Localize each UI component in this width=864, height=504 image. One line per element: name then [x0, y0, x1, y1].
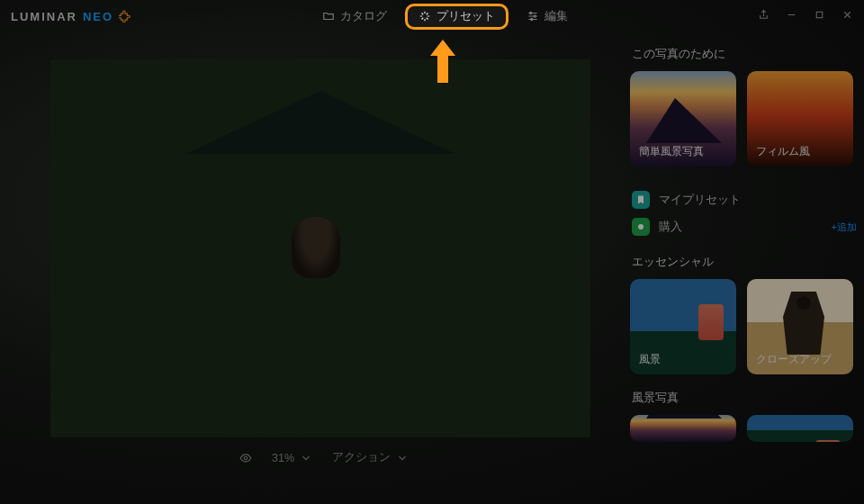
minimize-icon: [786, 9, 797, 21]
section-for-this-photo: この写真のために: [632, 47, 859, 62]
preset-card-closeup[interactable]: クローズアップ: [747, 279, 853, 374]
bookmark-icon: [632, 191, 650, 209]
annotation-arrow-icon: [427, 38, 459, 85]
preset-card-easy-landscape[interactable]: 簡単風景写真: [630, 71, 736, 166]
svg-rect-3: [816, 12, 823, 18]
canvas-area: 31% アクション: [0, 32, 623, 504]
purchase-label: 購入: [659, 220, 682, 235]
canvas-toolbar: 31% アクション: [50, 437, 605, 465]
sliders-icon: [526, 10, 539, 22]
main-nav: カタログ プリセット 編集: [131, 4, 758, 30]
svg-point-5: [638, 224, 644, 230]
my-presets-item[interactable]: マイプリセット: [630, 186, 859, 213]
window-maximize[interactable]: [814, 9, 825, 23]
preview-image[interactable]: [50, 59, 590, 437]
share-button[interactable]: [758, 9, 770, 23]
preset-card-partial[interactable]: [630, 415, 736, 442]
nav-edit[interactable]: 編集: [516, 4, 579, 30]
preset-card-label: フィルム風: [756, 144, 810, 159]
titlebar: LUMINAR NEO カタログ プリセット 編集: [0, 0, 864, 32]
eye-icon: [239, 452, 252, 464]
preset-card-label: 風景: [639, 352, 661, 367]
preset-card-label: 簡単風景写真: [639, 144, 704, 159]
nav-catalog[interactable]: カタログ: [311, 4, 398, 30]
my-presets-label: マイプリセット: [659, 193, 741, 208]
section-essential: エッセンシャル: [632, 255, 859, 270]
nav-presets[interactable]: プリセット: [405, 4, 508, 30]
purchase-add-link[interactable]: +追加: [832, 220, 857, 234]
main-area: 31% アクション この写真のために 簡単風景写真 フィルム風: [0, 32, 864, 504]
panel-list: マイプリセット 購入 +追加: [630, 186, 859, 240]
for-this-photo-row: 簡単風景写真 フィルム風: [630, 71, 859, 166]
window-minimize[interactable]: [786, 9, 797, 23]
share-icon: [758, 9, 770, 21]
chevron-down-icon: [300, 452, 312, 464]
nav-presets-label: プリセット: [436, 9, 495, 24]
store-icon: [632, 218, 650, 236]
landscape-photo-row: [630, 415, 859, 442]
svg-point-4: [244, 456, 248, 460]
nav-edit-label: 編集: [544, 9, 568, 24]
window-close[interactable]: [842, 9, 853, 23]
zoom-level[interactable]: 31%: [272, 452, 312, 464]
zoom-level-value: 31%: [272, 452, 294, 464]
maximize-icon: [814, 9, 825, 21]
purchase-item[interactable]: 購入 +追加: [630, 213, 859, 240]
preset-card-partial[interactable]: [747, 415, 853, 442]
folder-icon: [322, 10, 335, 22]
chevron-down-icon: [396, 452, 409, 464]
logo-text-main: LUMINAR: [11, 10, 77, 23]
sparkle-icon: [418, 10, 431, 22]
action-menu[interactable]: アクション: [332, 450, 409, 465]
section-landscape-photo: 風景写真: [632, 391, 859, 406]
essential-row: 風景 クローズアップ: [630, 279, 859, 374]
extension-puzzle-icon: [119, 10, 131, 22]
presets-panel: この写真のために 簡単風景写真 フィルム風 マイプリセット 購入: [623, 32, 864, 504]
close-icon: [842, 9, 853, 21]
preset-card-label: クローズアップ: [756, 352, 832, 367]
action-menu-label: アクション: [332, 450, 391, 465]
logo-text-sub: NEO: [83, 10, 113, 23]
preset-card-film[interactable]: フィルム風: [747, 71, 853, 166]
nav-catalog-label: カタログ: [340, 9, 387, 24]
window-controls: [758, 9, 853, 23]
preset-card-landscape[interactable]: 風景: [630, 279, 736, 374]
toggle-preview-button[interactable]: [239, 452, 252, 464]
app-logo: LUMINAR NEO: [11, 10, 131, 23]
